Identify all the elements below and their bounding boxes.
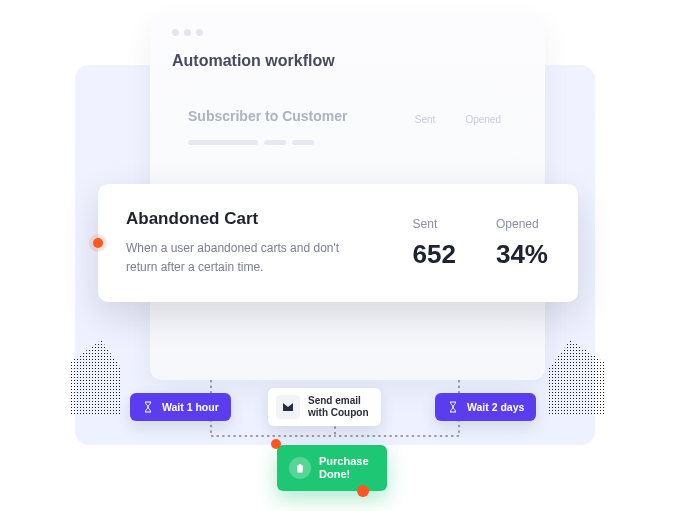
action-label-line: Send email [308,395,369,408]
workflow-item-bars [188,140,507,145]
highlight-description: When a user abandoned carts and don't re… [126,239,356,276]
stat-value-opened: 34% [496,239,548,270]
workflow-item-subscriber[interactable]: Subscriber to Customer Sent Opened [172,94,523,157]
workflow-item-columns: Sent Opened [415,114,501,125]
action-label-line: Purchase [319,455,369,468]
stat-label-opened: Opened [496,217,548,231]
action-label: Wait 2 days [467,401,524,413]
active-indicator-dot [93,238,103,248]
action-wait-1-hour[interactable]: Wait 1 hour [130,393,231,421]
highlight-stats: Sent 652 Opened 34% [413,217,548,270]
workflow-item-abandoned-cart[interactable]: Abandoned Cart When a user abandoned car… [98,184,578,302]
action-label: Wait 1 hour [162,401,219,413]
action-purchase-done[interactable]: Purchase Done! [277,445,387,491]
highlight-title: Abandoned Cart [126,209,393,229]
hourglass-icon [142,401,154,413]
window-dot [184,29,191,36]
bag-icon [289,457,311,479]
mail-icon [276,395,300,419]
window-dot [196,29,203,36]
action-send-email-coupon[interactable]: Send email with Coupon [268,388,381,426]
action-label-line: Done! [319,468,369,481]
window-controls[interactable] [172,29,523,36]
window-dot [172,29,179,36]
action-label-line: with Coupon [308,407,369,420]
stat-label-sent: Sent [413,217,456,231]
column-label: Sent [415,114,436,125]
column-label: Opened [465,114,501,125]
hourglass-icon [447,401,459,413]
action-wait-2-days[interactable]: Wait 2 days [435,393,536,421]
stat-value-sent: 652 [413,239,456,270]
page-title: Automation workflow [172,52,523,70]
